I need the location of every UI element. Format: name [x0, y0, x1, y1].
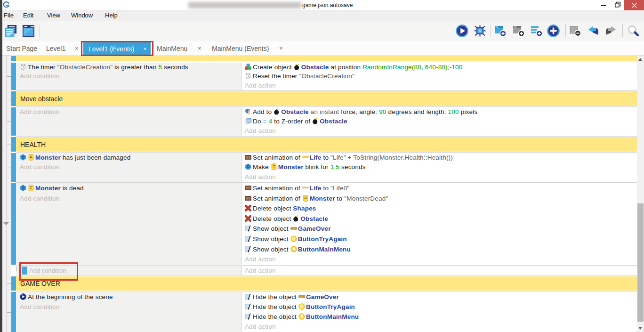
- event-separator: [16, 106, 637, 107]
- event-drag-bar[interactable]: [11, 292, 16, 332]
- add-condition-link-row[interactable]: Add condition: [16, 107, 242, 117]
- toolbar-search-icon[interactable]: [627, 24, 640, 37]
- action-row[interactable]: Delete object Shapes: [242, 203, 637, 214]
- tab-level1[interactable]: Level1: [46, 41, 65, 56]
- add-action-link[interactable]: Add action: [245, 82, 276, 89]
- event-drag-bar[interactable]: [11, 153, 16, 182]
- add-action-link[interactable]: Add action: [245, 127, 276, 134]
- empty-event[interactable]: Add conditionAdd action: [11, 266, 637, 275]
- restore-button[interactable]: [611, 0, 624, 10]
- action-row[interactable]: Delete object Obstacle: [242, 214, 637, 224]
- toolbar-play-icon[interactable]: [456, 24, 468, 37]
- toolbar-add-comment-icon[interactable]: [530, 24, 543, 37]
- add-condition-link-row[interactable]: Add condition: [16, 302, 242, 312]
- action-row[interactable]: Reset the timer "ObstacleCreation": [242, 72, 637, 81]
- event-block[interactable]: Add conditionAdd to Obstacle an instant …: [11, 107, 637, 136]
- menu-item-edit[interactable]: Edit: [23, 10, 33, 21]
- condition-row[interactable]: Monster is dead: [16, 183, 242, 194]
- add-condition-link-row[interactable]: Add condition: [16, 162, 242, 172]
- tab-mainmenu-events-[interactable]: MainMenu (Events): [212, 41, 269, 56]
- add-action-link-row[interactable]: Add action: [242, 172, 637, 182]
- action-row[interactable]: Hide the object ButtonTryAgain: [242, 302, 637, 312]
- tab-close-icon[interactable]: ×: [279, 41, 283, 56]
- add-condition-link[interactable]: Add condition: [29, 266, 66, 275]
- menu-item-view[interactable]: View: [47, 10, 60, 21]
- tab-close-icon[interactable]: ×: [75, 41, 79, 56]
- action-row[interactable]: Set animation of Monster to "MonsterDead…: [242, 194, 637, 204]
- event-drag-bar[interactable]: [11, 91, 16, 106]
- event-block[interactable]: At the beginning of the sceneAdd conditi…: [11, 292, 637, 332]
- toolbar-add-subevent-icon[interactable]: [512, 24, 525, 37]
- event-drag-bar[interactable]: [11, 276, 16, 291]
- add-action-link[interactable]: Add action: [245, 267, 276, 274]
- action-row[interactable]: Show object GameOver: [242, 224, 637, 234]
- add-action-link-row[interactable]: Add action: [242, 126, 637, 136]
- action-row[interactable]: Show object ButtonTryAgain: [242, 234, 637, 244]
- add-action-link[interactable]: Add action: [245, 173, 276, 180]
- add-action-link[interactable]: Add action: [245, 323, 276, 330]
- action-row[interactable]: Show object ButtonMainMenu: [242, 244, 637, 255]
- toolbar-redo-icon[interactable]: [604, 24, 617, 37]
- add-action-link-row[interactable]: Add action: [242, 254, 637, 265]
- group-header-move-obstacle[interactable]: Move obstacle: [11, 91, 637, 106]
- action-row[interactable]: Hide the object ButtonMainMenu: [242, 312, 637, 322]
- toolbar-delete-event-icon[interactable]: [569, 24, 581, 37]
- tab-start-page[interactable]: Start Page: [6, 41, 37, 56]
- condition-row[interactable]: At the beginning of the scene: [16, 292, 242, 302]
- add-condition-link[interactable]: Add condition: [20, 303, 59, 310]
- event-drag-bar[interactable]: [11, 137, 16, 152]
- group-header-health[interactable]: HEALTH: [11, 137, 637, 152]
- tab-mainmenu[interactable]: MainMenu: [157, 41, 187, 56]
- vertical-scrollbar[interactable]: [637, 56, 644, 332]
- event-drag-bar[interactable]: [11, 56, 16, 61]
- event-drag-bar[interactable]: [11, 63, 16, 90]
- tab-close-icon[interactable]: ×: [198, 41, 201, 56]
- object-name: ButtonMainMenu: [306, 313, 359, 320]
- add-condition-link[interactable]: Add condition: [20, 195, 59, 202]
- visibility-icon: [245, 235, 251, 242]
- event-block[interactable]: Monster is deadAdd conditionSet animatio…: [11, 183, 637, 265]
- event-drag-bar[interactable]: [11, 183, 16, 265]
- action-row[interactable]: Hide the object GameOver: [242, 292, 637, 302]
- menu-item-help[interactable]: Help: [105, 10, 118, 21]
- condition-row[interactable]: Monster has just been damaged: [16, 153, 242, 162]
- toolbar-undo-icon[interactable]: [587, 24, 600, 37]
- event-block[interactable]: The timer "ObstacleCreation" is greater …: [11, 63, 637, 90]
- close-button[interactable]: [624, 0, 644, 10]
- add-condition-link[interactable]: Add condition: [20, 73, 59, 80]
- toolbar-project-manager-icon[interactable]: [5, 24, 17, 37]
- scroll-down-icon[interactable]: [638, 327, 642, 330]
- action-row[interactable]: Set animation of Life to "Life" + ToStri…: [242, 153, 637, 162]
- action-row[interactable]: Add to Obstacle an instant force, angle:…: [242, 107, 637, 117]
- action-row[interactable]: Make Monster blink for 1.5 seconds: [242, 162, 637, 172]
- menu-item-window[interactable]: Window: [71, 10, 93, 21]
- add-condition-link-row[interactable]: Add condition: [16, 72, 242, 81]
- toolbar-add-event-icon[interactable]: [494, 24, 507, 37]
- gdevelop-logo-icon: [3, 1, 10, 8]
- scrollbar-thumb[interactable]: [637, 203, 644, 322]
- add-condition-link-row[interactable]: Add condition: [16, 194, 242, 204]
- group-header-game-over[interactable]: GAME OVER: [11, 276, 637, 291]
- menu-item-file[interactable]: File: [4, 10, 14, 21]
- action-row[interactable]: Set animation of Life to "Life0": [242, 183, 637, 194]
- add-action-link-row[interactable]: Add action: [242, 322, 637, 332]
- action-row[interactable]: Create object Obstacle at position Rando…: [242, 63, 637, 72]
- event-block[interactable]: Monster has just been damagedAdd conditi…: [11, 153, 637, 182]
- add-condition-link[interactable]: Add condition: [20, 108, 59, 115]
- add-action-link-row[interactable]: Add action: [242, 266, 637, 275]
- tab-level1-events-[interactable]: Level1 (Events)×: [83, 42, 151, 56]
- minimize-button[interactable]: [596, 0, 611, 10]
- add-action-link-row[interactable]: Add action: [242, 81, 637, 90]
- visibility-icon: [245, 225, 251, 232]
- tab-close-icon[interactable]: ×: [143, 42, 147, 56]
- scroll-up-icon[interactable]: [638, 58, 642, 61]
- toolbar-add-other-icon[interactable]: [547, 24, 560, 37]
- toolbar-scene-editor-icon[interactable]: [22, 24, 35, 37]
- condition-row[interactable]: The timer "ObstacleCreation" is greater …: [16, 63, 242, 72]
- event-drag-bar[interactable]: [11, 107, 16, 136]
- group-header-partial[interactable]: [11, 56, 637, 61]
- action-row[interactable]: Do = 4 to Z-order of Obstacle: [242, 117, 637, 126]
- add-condition-link[interactable]: Add condition: [20, 163, 59, 170]
- add-action-link[interactable]: Add action: [245, 256, 276, 263]
- toolbar-debug-icon[interactable]: [474, 24, 486, 37]
